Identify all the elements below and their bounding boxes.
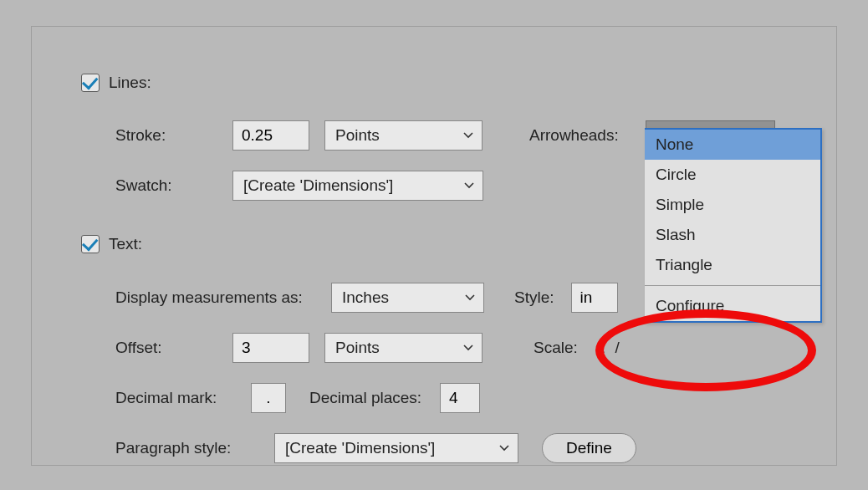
chevron-down-icon: [464, 181, 474, 191]
display-unit-value: Inches: [342, 288, 389, 307]
swatch-value: [Create 'Dimensions']: [243, 176, 393, 195]
offset-row: Offset: Points Scale: 1 /: [115, 333, 620, 363]
dropdown-item-simple[interactable]: Simple: [645, 190, 820, 220]
chevron-down-icon: [465, 293, 475, 303]
dropdown-item-none[interactable]: None: [645, 130, 820, 160]
style-label: Style:: [514, 288, 554, 307]
text-checkbox[interactable]: [81, 235, 100, 253]
swatch-combo[interactable]: [Create 'Dimensions']: [232, 171, 483, 201]
stroke-label: Stroke:: [115, 126, 232, 145]
swatch-label: Swatch:: [115, 176, 232, 195]
dropdown-item-configure[interactable]: Configure: [645, 291, 820, 321]
lines-checkbox[interactable]: [81, 74, 100, 92]
decimal-mark-label: Decimal mark:: [115, 389, 251, 407]
decimal-places-input[interactable]: [440, 383, 480, 413]
scale-label: Scale:: [534, 339, 578, 357]
display-label: Display measurements as:: [115, 288, 331, 307]
decimal-places-label: Decimal places:: [309, 389, 421, 407]
offset-unit-value: Points: [335, 339, 380, 357]
style-input[interactable]: [571, 283, 618, 313]
stroke-input[interactable]: [232, 120, 309, 151]
offset-unit-combo[interactable]: Points: [324, 333, 483, 363]
arrowheads-label: Arrowheads:: [529, 126, 619, 145]
paragraph-style-value: [Create 'Dimensions']: [285, 439, 435, 457]
paragraph-style-row: Paragraph style: [Create 'Dimensions'] D…: [115, 433, 636, 463]
dropdown-divider: [645, 285, 820, 286]
decimal-row: Decimal mark: Decimal places:: [115, 383, 480, 413]
dropdown-item-circle[interactable]: Circle: [645, 160, 820, 190]
decimal-mark-input[interactable]: [251, 383, 286, 413]
dropdown-item-triangle[interactable]: Triangle: [645, 250, 820, 280]
paragraph-style-label: Paragraph style:: [115, 439, 274, 457]
chevron-down-icon: [499, 443, 509, 453]
scale-numerator: 1: [596, 339, 605, 357]
stroke-unit-combo[interactable]: Points: [324, 120, 483, 151]
display-row: Display measurements as: Inches Style:: [115, 283, 618, 313]
scale-separator: /: [615, 339, 619, 357]
text-label: Text:: [109, 235, 142, 253]
paragraph-style-combo[interactable]: [Create 'Dimensions']: [274, 433, 518, 463]
text-section-header: Text:: [81, 235, 142, 253]
swatch-row: Swatch: [Create 'Dimensions']: [115, 171, 483, 201]
offset-input[interactable]: [232, 333, 309, 363]
lines-label: Lines:: [109, 74, 151, 92]
arrowheads-dropdown-list: None Circle Simple Slash Triangle Config…: [645, 128, 822, 323]
stroke-unit-value: Points: [335, 126, 380, 145]
lines-section-header: Lines:: [81, 74, 151, 92]
chevron-down-icon: [463, 343, 473, 353]
define-button[interactable]: Define: [542, 433, 636, 463]
offset-label: Offset:: [115, 339, 232, 357]
chevron-down-icon: [463, 130, 473, 140]
display-unit-combo[interactable]: Inches: [331, 283, 484, 313]
dropdown-item-slash[interactable]: Slash: [645, 220, 820, 250]
